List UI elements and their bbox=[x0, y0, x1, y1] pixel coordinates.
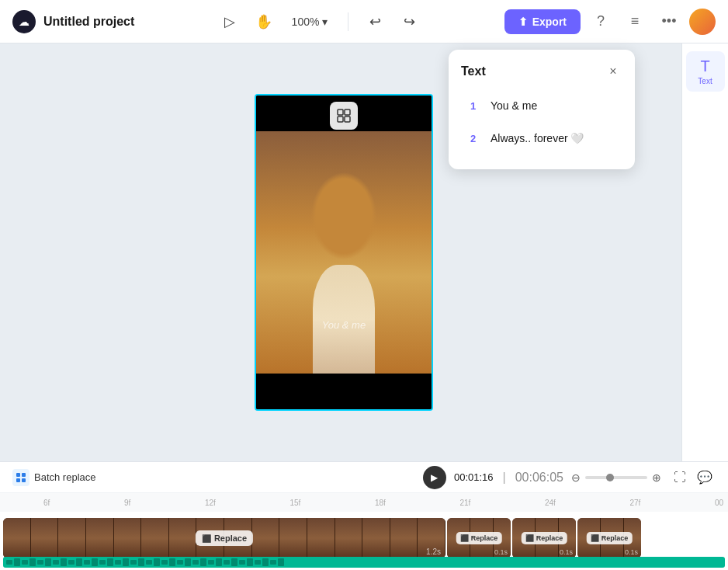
app-logo: ☁ bbox=[12, 10, 36, 33]
zoom-in-button[interactable]: ⊕ bbox=[652, 471, 661, 484]
audio-bump bbox=[154, 558, 160, 566]
canvas-area[interactable]: You & me Text × 1 You & me 2 Always.. fo… bbox=[6, 43, 681, 461]
pointer-tool-button[interactable]: ▷ bbox=[216, 8, 244, 36]
timeline-header: Batch replace ▶ 00:01:16 | 00:06:05 ⊖ ⊕ … bbox=[0, 462, 728, 493]
view-buttons: ⛶ 💬 bbox=[669, 467, 716, 488]
more-options-button[interactable]: ••• bbox=[655, 8, 683, 36]
item-label-1: You & me bbox=[491, 99, 537, 112]
audio-bump bbox=[14, 558, 20, 566]
replace-button-1[interactable]: ⬛ Replace bbox=[456, 532, 502, 544]
audio-track bbox=[0, 557, 728, 568]
replace-button-2[interactable]: ⬛ Replace bbox=[522, 532, 567, 544]
main-area: You & me Text × 1 You & me 2 Always.. fo… bbox=[0, 43, 728, 461]
upload-icon: ⬆ bbox=[518, 16, 528, 28]
audio-bump bbox=[68, 560, 75, 565]
panel-header: Text × bbox=[461, 62, 622, 81]
video-track: ⬛ Replace 1.2s ⬛ Replace 0.1s bbox=[0, 518, 728, 558]
project-title[interactable]: Untitled project bbox=[43, 15, 134, 29]
audio-bump bbox=[6, 560, 12, 565]
zoom-dropdown[interactable]: 100% ▾ bbox=[284, 11, 336, 33]
help-button[interactable]: ? bbox=[587, 8, 615, 36]
audio-bump bbox=[76, 558, 82, 566]
batch-replace-icon bbox=[12, 469, 29, 486]
svg-rect-7 bbox=[22, 478, 26, 482]
video-frame bbox=[256, 131, 432, 374]
ruler-mark: 00 bbox=[715, 499, 723, 507]
text-item-2[interactable]: 2 Always.. forever 🤍 bbox=[461, 124, 622, 152]
left-panel bbox=[0, 43, 6, 461]
audio-bump bbox=[177, 560, 183, 565]
audio-bump bbox=[255, 560, 261, 565]
timeline-ruler: 6f 9f 12f 15f 18f 21f 24f 27f 00 bbox=[0, 493, 728, 512]
audio-bump bbox=[185, 558, 191, 566]
item-label-2: Always.. forever 🤍 bbox=[491, 132, 584, 144]
play-button[interactable]: ▶ bbox=[423, 466, 446, 489]
svg-rect-5 bbox=[22, 473, 26, 477]
audio-bump bbox=[99, 560, 106, 565]
panel-title: Text bbox=[461, 64, 486, 78]
audio-bump bbox=[115, 560, 121, 565]
total-time: 00:06:05 bbox=[515, 471, 563, 485]
text-panel: Text × 1 You & me 2 Always.. forever 🤍 bbox=[449, 50, 635, 169]
text-icon: T bbox=[700, 57, 709, 75]
zoom-thumb bbox=[606, 474, 614, 481]
replace-button-3[interactable]: ⬛ Replace bbox=[587, 532, 633, 544]
undo-button[interactable]: ↩ bbox=[361, 8, 389, 36]
time-separator: | bbox=[503, 471, 506, 485]
avatar[interactable] bbox=[689, 9, 716, 35]
audio-bump bbox=[200, 558, 206, 566]
audio-bar[interactable] bbox=[3, 557, 725, 568]
settings-button[interactable]: ≡ bbox=[621, 8, 649, 36]
export-button[interactable]: ⬆ Export bbox=[504, 9, 581, 34]
audio-bump bbox=[92, 558, 98, 566]
small-video-clip-3[interactable]: ⬛ Replace 0.1s bbox=[577, 518, 641, 558]
small-video-clip-2[interactable]: ⬛ Replace 0.1s bbox=[512, 518, 576, 558]
svg-rect-4 bbox=[16, 473, 20, 477]
audio-bump bbox=[138, 558, 144, 566]
bottom-letterbox bbox=[256, 374, 432, 409]
audio-bump bbox=[224, 560, 230, 565]
audio-bump bbox=[61, 558, 67, 566]
logo-area: ☁ Untitled project bbox=[12, 10, 134, 33]
audio-bump bbox=[84, 560, 90, 565]
overlay-text: You & me bbox=[322, 319, 366, 331]
svg-rect-2 bbox=[338, 116, 343, 122]
redo-button[interactable]: ↪ bbox=[395, 8, 423, 36]
ruler-mark: 27f bbox=[629, 499, 640, 507]
tracks-area: ⬛ Replace 1.2s ⬛ Replace 0.1s bbox=[0, 512, 728, 570]
right-controls: ⬆ Export ? ≡ ••• bbox=[504, 8, 716, 36]
audio-bump bbox=[45, 558, 51, 566]
audio-bump bbox=[130, 560, 137, 565]
clip-duration-main: 1.2s bbox=[426, 547, 441, 556]
svg-rect-1 bbox=[345, 109, 350, 115]
topbar: ☁ Untitled project ▷ ✋ 100% ▾ ↩ ↪ ⬆ Expo… bbox=[0, 0, 728, 43]
fullscreen-button[interactable]: ⛶ bbox=[669, 467, 691, 488]
text-item-1[interactable]: 1 You & me bbox=[461, 92, 622, 120]
hand-tool-button[interactable]: ✋ bbox=[250, 8, 278, 36]
replace-icon-sm2: ⬛ bbox=[525, 534, 534, 542]
text-tool[interactable]: T Text bbox=[686, 51, 725, 92]
text-tool-label: Text bbox=[698, 77, 712, 85]
resize-icon[interactable] bbox=[330, 102, 358, 130]
ruler-mark: 9f bbox=[124, 499, 130, 507]
current-time: 00:01:16 bbox=[454, 471, 494, 483]
zoom-out-button[interactable]: ⊖ bbox=[571, 471, 581, 484]
audio-bump bbox=[146, 560, 152, 565]
audio-bump bbox=[192, 560, 199, 565]
comments-button[interactable]: 💬 bbox=[694, 467, 716, 488]
audio-bump bbox=[123, 558, 129, 566]
audio-bump bbox=[29, 558, 36, 566]
replace-icon: ⬛ bbox=[202, 534, 211, 543]
close-panel-button[interactable]: × bbox=[604, 62, 622, 81]
zoom-track[interactable] bbox=[585, 476, 647, 479]
video-preview: You & me bbox=[255, 94, 433, 411]
chevron-down-icon: ▾ bbox=[322, 16, 328, 28]
audio-bump bbox=[169, 558, 175, 566]
audio-bump bbox=[208, 560, 214, 565]
small-video-clip-1[interactable]: ⬛ Replace 0.1s bbox=[447, 518, 511, 558]
svg-rect-3 bbox=[345, 116, 350, 122]
batch-replace-button[interactable]: Batch replace bbox=[12, 469, 96, 486]
main-video-clip[interactable]: ⬛ Replace 1.2s bbox=[3, 518, 445, 558]
audio-bump bbox=[22, 560, 28, 565]
replace-button-main[interactable]: ⬛ Replace bbox=[196, 530, 253, 546]
